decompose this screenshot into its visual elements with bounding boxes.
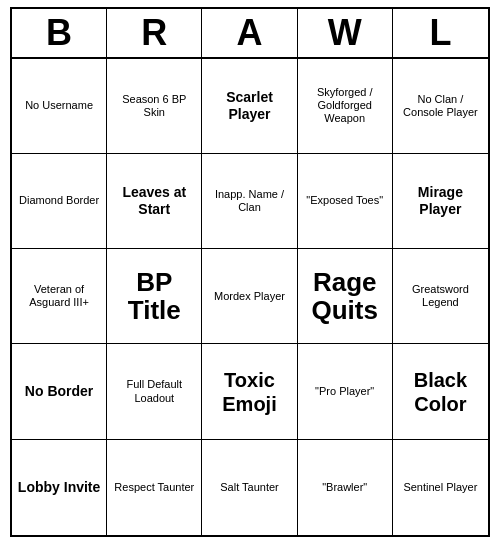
cell-text: No Username — [25, 99, 93, 112]
bingo-cell: Full Default Loadout — [107, 344, 202, 439]
bingo-cell: Inapp. Name / Clan — [202, 154, 297, 249]
bingo-cell: Mordex Player — [202, 249, 297, 344]
bingo-cell: Veteran of Asguard III+ — [12, 249, 107, 344]
bingo-cell: "Exposed Toes" — [298, 154, 393, 249]
cell-text: "Exposed Toes" — [306, 194, 383, 207]
cell-text: Skyforged / Goldforged Weapon — [302, 86, 388, 126]
bingo-cell: Black Color — [393, 344, 488, 439]
cell-text: BP Title — [111, 268, 197, 325]
cell-text: Inapp. Name / Clan — [206, 188, 292, 214]
bingo-cell: Respect Taunter — [107, 440, 202, 535]
header-letter: W — [298, 9, 393, 57]
bingo-cell: BP Title — [107, 249, 202, 344]
cell-text: Full Default Loadout — [111, 378, 197, 404]
header-letter: A — [202, 9, 297, 57]
bingo-cell: Leaves at Start — [107, 154, 202, 249]
cell-text: Black Color — [397, 368, 484, 416]
bingo-cell: "Pro Player" — [298, 344, 393, 439]
cell-text: Scarlet Player — [206, 89, 292, 123]
cell-text: Salt Taunter — [220, 481, 279, 494]
cell-text: "Pro Player" — [315, 385, 374, 398]
cell-text: Mordex Player — [214, 290, 285, 303]
header-letter: R — [107, 9, 202, 57]
cell-text: Leaves at Start — [111, 184, 197, 218]
header-row: BRAWL — [12, 9, 488, 59]
bingo-grid: No UsernameSeason 6 BP SkinScarlet Playe… — [12, 59, 488, 535]
bingo-cell: Toxic Emoji — [202, 344, 297, 439]
bingo-cell: Mirage Player — [393, 154, 488, 249]
cell-text: Rage Quits — [302, 268, 388, 325]
bingo-cell: Salt Taunter — [202, 440, 297, 535]
bingo-cell: Season 6 BP Skin — [107, 59, 202, 154]
bingo-cell: No Clan / Console Player — [393, 59, 488, 154]
bingo-cell: No Border — [12, 344, 107, 439]
cell-text: Respect Taunter — [114, 481, 194, 494]
cell-text: Greatsword Legend — [397, 283, 484, 309]
header-letter: L — [393, 9, 488, 57]
bingo-cell: Rage Quits — [298, 249, 393, 344]
cell-text: "Brawler" — [322, 481, 367, 494]
bingo-cell: Lobby Invite — [12, 440, 107, 535]
bingo-cell: "Brawler" — [298, 440, 393, 535]
bingo-cell: No Username — [12, 59, 107, 154]
cell-text: Toxic Emoji — [206, 368, 292, 416]
cell-text: Season 6 BP Skin — [111, 93, 197, 119]
cell-text: Lobby Invite — [18, 479, 100, 496]
bingo-cell: Scarlet Player — [202, 59, 297, 154]
cell-text: Mirage Player — [397, 184, 484, 218]
header-letter: B — [12, 9, 107, 57]
cell-text: Sentinel Player — [403, 481, 477, 494]
bingo-card: BRAWL No UsernameSeason 6 BP SkinScarlet… — [10, 7, 490, 537]
bingo-cell: Sentinel Player — [393, 440, 488, 535]
bingo-cell: Diamond Border — [12, 154, 107, 249]
cell-text: No Clan / Console Player — [397, 93, 484, 119]
cell-text: No Border — [25, 383, 93, 400]
cell-text: Veteran of Asguard III+ — [16, 283, 102, 309]
bingo-cell: Greatsword Legend — [393, 249, 488, 344]
bingo-cell: Skyforged / Goldforged Weapon — [298, 59, 393, 154]
cell-text: Diamond Border — [19, 194, 99, 207]
